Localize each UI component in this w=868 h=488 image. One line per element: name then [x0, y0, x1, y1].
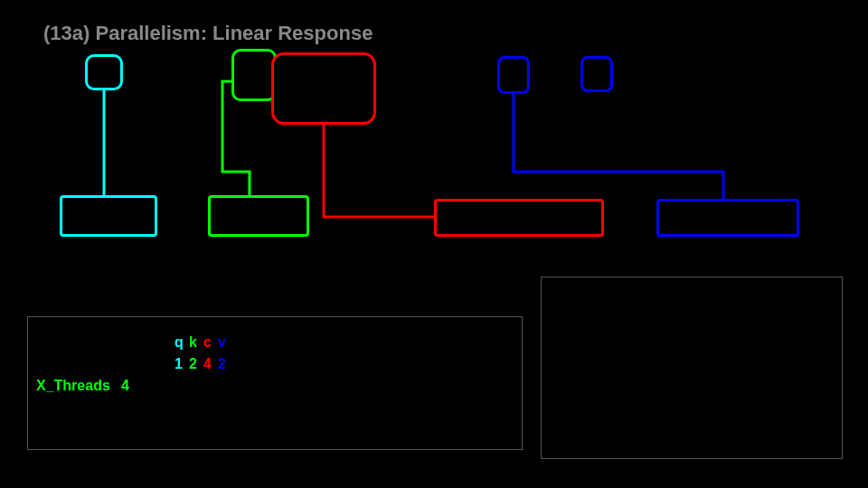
right-panel	[541, 277, 843, 459]
legend-header-c: c	[203, 334, 212, 351]
legend-header-q: q	[175, 334, 184, 351]
xthreads-label: X_Threads	[36, 378, 110, 394]
v-small-box-2	[580, 56, 613, 92]
q-small-box	[85, 54, 123, 90]
legend-value-q: 1	[175, 356, 183, 372]
v-small-box-1	[497, 56, 530, 94]
c-small-box	[271, 52, 376, 125]
xthreads-value: 4	[121, 378, 129, 394]
k-big-box	[208, 195, 309, 237]
k-small-box	[231, 49, 277, 101]
legend-value-v: 2	[218, 356, 226, 372]
legend-value-c: 4	[203, 356, 212, 372]
legend-header-v: v	[218, 334, 226, 351]
legend-header-k: k	[189, 334, 197, 351]
c-big-box	[434, 199, 604, 237]
legend-value-k: 2	[189, 356, 197, 372]
q-big-box	[60, 195, 157, 237]
v-big-box	[656, 199, 799, 237]
